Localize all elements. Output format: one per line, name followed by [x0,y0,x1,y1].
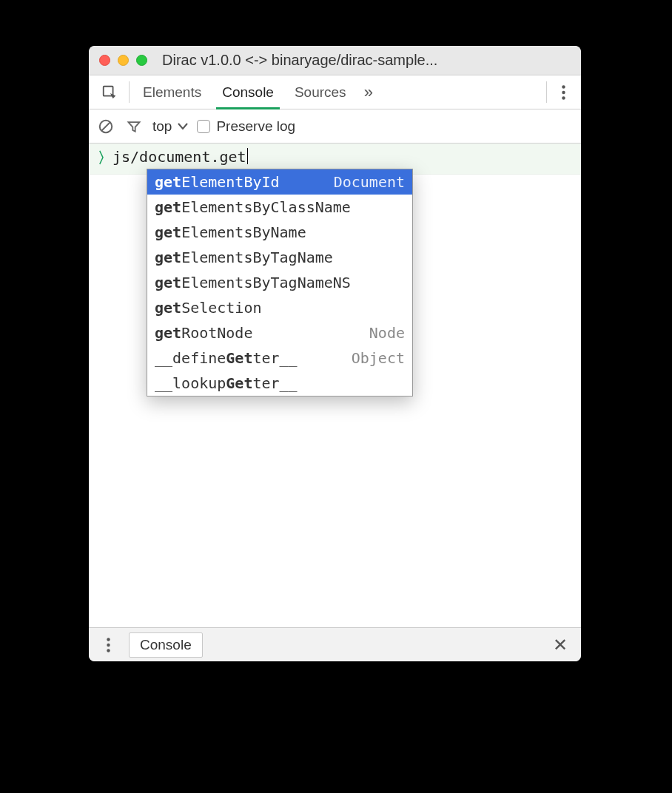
main-toolbar: Elements Console Sources » [89,75,581,109]
autocomplete-item-label: getRootNode [155,324,252,342]
separator [129,81,130,103]
close-window-button[interactable] [99,55,110,66]
svg-point-3 [562,96,565,99]
autocomplete-item[interactable]: getElementsByTagName [147,245,412,270]
svg-point-6 [107,638,110,641]
autocomplete-item[interactable]: getElementsByClassName [147,195,412,220]
filter-icon[interactable] [124,117,144,136]
minimize-window-button[interactable] [118,55,129,66]
context-selector-value: top [152,118,172,135]
window-title: Dirac v1.0.0 <-> binaryage/dirac-sample.… [162,52,571,69]
zoom-window-button[interactable] [136,55,147,66]
svg-point-1 [562,85,565,88]
autocomplete-item-label: __lookupGetter__ [155,374,298,392]
devtools-window: Dirac v1.0.0 <-> binaryage/dirac-sample.… [89,46,581,661]
window-titlebar[interactable]: Dirac v1.0.0 <-> binaryage/dirac-sample.… [89,46,581,75]
preserve-log-checkbox[interactable] [197,120,210,133]
autocomplete-item[interactable]: getElementsByName [147,220,412,245]
autocomplete-item[interactable]: getElementByIdDocument [147,169,412,195]
svg-point-2 [562,90,565,93]
prompt-chevron-icon: 〉 [98,148,112,168]
autocomplete-item-label: __defineGetter__ [155,349,298,367]
console-input[interactable]: js/document.get [112,148,248,166]
tab-sources[interactable]: Sources [284,75,357,109]
context-selector[interactable]: top [152,118,188,135]
clear-console-icon[interactable] [96,117,115,136]
autocomplete-item-label: getElementsByClassName [155,198,351,216]
autocomplete-item-type: Object [352,349,405,367]
autocomplete-item[interactable]: getSelection [147,295,412,320]
console-body: 〉 js/document.get getElementByIdDocument… [89,144,581,627]
separator [546,81,547,103]
panel-tabs: Elements Console Sources [132,75,357,109]
more-tabs-button[interactable]: » [357,75,380,109]
drawer: Console ✕ [89,627,581,661]
traffic-lights [99,55,147,66]
autocomplete-item-type: Document [334,173,405,191]
autocomplete-item-type: Node [369,324,405,342]
text-caret [247,148,249,164]
settings-menu-button[interactable] [550,75,577,109]
console-filter-bar: top Preserve log [89,109,581,144]
autocomplete-item[interactable]: getElementsByTagNameNS [147,270,412,295]
autocomplete-item-label: getElementsByTagName [155,249,333,266]
drawer-tab-console[interactable]: Console [129,632,203,658]
autocomplete-item-label: getElementsByTagNameNS [155,274,351,291]
autocomplete-item-label: getElementsByName [155,223,306,241]
inspect-element-icon[interactable] [93,75,126,109]
preserve-log-label: Preserve log [216,118,295,135]
drawer-menu-button[interactable] [95,638,121,652]
preserve-log-toggle[interactable]: Preserve log [197,118,295,135]
autocomplete-item-label: getSelection [155,299,262,317]
tab-console[interactable]: Console [212,75,284,109]
autocomplete-item[interactable]: __defineGetter__Object [147,345,412,371]
autocomplete-popup: getElementByIdDocumentgetElementsByClass… [147,169,413,396]
close-drawer-button[interactable]: ✕ [545,635,575,655]
svg-line-5 [102,122,110,130]
chevron-down-icon [178,123,188,130]
svg-point-8 [107,649,110,652]
tab-elements[interactable]: Elements [132,75,212,109]
autocomplete-item-label: getElementById [155,173,280,191]
autocomplete-item[interactable]: getRootNodeNode [147,320,412,345]
svg-point-7 [107,643,110,646]
autocomplete-item[interactable]: __lookupGetter__ [147,371,412,396]
